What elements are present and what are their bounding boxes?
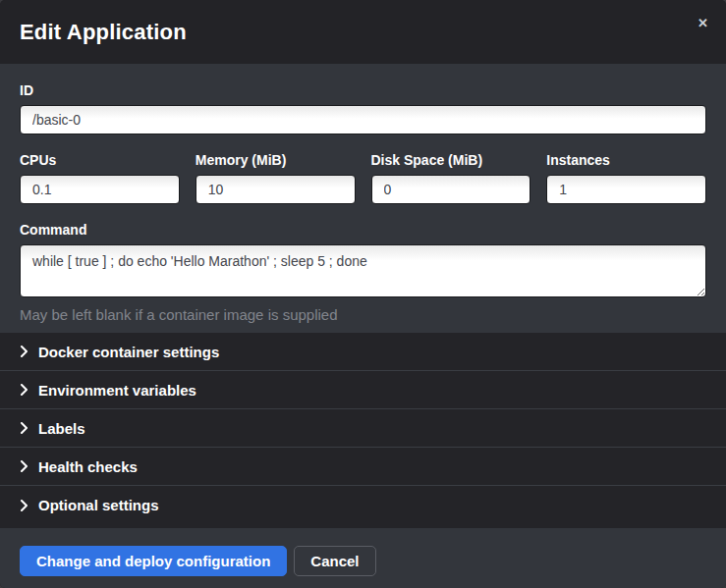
section-optional-settings[interactable]: Optional settings xyxy=(0,486,726,524)
section-label: Optional settings xyxy=(38,497,159,513)
command-field-group: Command while [ true ] ; do echo 'Hello … xyxy=(20,222,706,323)
cancel-button[interactable]: Cancel xyxy=(294,546,375,576)
resources-row: CPUs Memory (MiB) Disk Space (MiB) Insta… xyxy=(20,152,706,204)
section-label: Health checks xyxy=(38,458,138,475)
section-docker-container-settings[interactable]: Docker container settings xyxy=(0,333,726,371)
collapsible-sections: Docker container settings Environment va… xyxy=(0,333,726,528)
section-health-checks[interactable]: Health checks xyxy=(0,448,726,486)
cpus-input[interactable] xyxy=(20,175,180,204)
command-textarea[interactable]: while [ true ] ; do echo 'Hello Marathon… xyxy=(20,244,706,297)
chevron-right-icon xyxy=(20,384,28,396)
chevron-right-icon xyxy=(20,500,28,511)
disk-space-input[interactable] xyxy=(371,175,531,204)
section-label: Docker container settings xyxy=(38,344,219,360)
section-label: Labels xyxy=(38,420,85,437)
command-label: Command xyxy=(20,222,706,238)
id-label: ID xyxy=(20,82,706,98)
modal-title: Edit Application xyxy=(20,20,187,45)
instances-field-group: Instances xyxy=(546,152,706,204)
memory-input[interactable] xyxy=(195,175,356,204)
disk-space-field-group: Disk Space (MiB) xyxy=(371,152,531,204)
section-labels[interactable]: Labels xyxy=(0,409,726,448)
change-and-deploy-button[interactable]: Change and deploy configuration xyxy=(20,546,287,576)
id-input[interactable] xyxy=(20,105,706,134)
modal-footer: Change and deploy configuration Cancel xyxy=(0,528,726,588)
modal-body: ID CPUs Memory (MiB) Disk Space (MiB) In… xyxy=(0,64,726,333)
chevron-right-icon xyxy=(20,422,28,434)
command-help-text: May be left blank if a container image i… xyxy=(20,306,706,323)
section-label: Environment variables xyxy=(38,382,196,399)
edit-application-modal: Edit Application ✕ ID CPUs Memory (MiB) … xyxy=(0,0,726,588)
modal-header: Edit Application ✕ xyxy=(0,0,726,64)
cpus-field-group: CPUs xyxy=(20,152,180,204)
memory-field-group: Memory (MiB) xyxy=(195,152,356,204)
cpus-label: CPUs xyxy=(20,152,180,168)
disk-space-label: Disk Space (MiB) xyxy=(371,152,531,168)
instances-input[interactable] xyxy=(546,175,706,204)
chevron-right-icon xyxy=(20,346,28,357)
id-field-group: ID xyxy=(20,82,706,134)
section-environment-variables[interactable]: Environment variables xyxy=(0,371,726,409)
instances-label: Instances xyxy=(546,152,706,168)
chevron-right-icon xyxy=(20,460,28,472)
memory-label: Memory (MiB) xyxy=(195,152,356,168)
close-icon[interactable]: ✕ xyxy=(694,13,712,33)
